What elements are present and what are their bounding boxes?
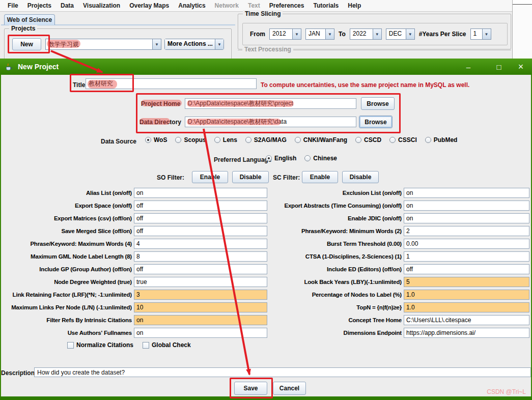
param-label: Include ED (Editors) (off/on) [270,266,404,272]
project-home-input[interactable] [185,98,356,109]
data-source-option-lens[interactable]: Lens [214,136,237,144]
chevron-down-icon: ▼ [215,39,223,49]
data-source-option-cssci[interactable]: CSSCI [389,136,417,144]
param-input-node-degree-weighted-true[interactable] [134,277,267,287]
menu-item-visualization[interactable]: Visualization [78,2,125,9]
minimize-button[interactable]: – [457,59,480,75]
maximize-button[interactable]: □ [488,59,510,75]
from-year-select[interactable]: 2012 ▼ [269,28,301,40]
data-source-option-wos[interactable]: WoS [145,136,167,144]
param-row-export-space-on-off: Export Space (on/off) [0,199,270,212]
param-input-concept-tree-home[interactable] [404,315,529,325]
param-input-phrase-keyword-maximum-words-4[interactable] [134,239,267,249]
radio-icon [175,137,181,143]
from-year-value: 2012 [270,29,292,39]
years-per-slice-select[interactable]: 1 ▼ [470,28,491,40]
normalize-citations-checkbox[interactable]: Normalize Citations [67,341,133,349]
new-project-button[interactable]: New [12,38,41,50]
project-home-browse-button[interactable]: Browse [361,97,395,110]
param-input-dimensions-endpoint[interactable] [404,328,529,338]
data-source-option-cnki-wanfang[interactable]: CNKI/WanFang [295,136,347,144]
language-option-chinese[interactable]: Chinese [304,155,337,162]
param-input-ctsa-1-disciplines-2-sciences-1[interactable] [404,251,529,262]
param-input-exclusion-list-on-off[interactable] [404,188,529,198]
param-input-topn-n-f-n-e[interactable] [404,302,529,312]
data-directory-label: Data Directory [139,119,181,126]
param-label: Look Back Years (LBY)(-1:unlimited) [270,279,404,285]
param-input-burst-term-threshold-0-00[interactable] [404,239,529,249]
menu-item-help[interactable]: Help [343,2,366,9]
so-filter-disable-button[interactable]: Disable [232,171,269,183]
time-slicing-group: Time Slicing From 2012 ▼ JAN ▼ To 2022 ▼… [238,14,511,49]
param-input-percentage-of-nodes-to-label[interactable] [404,290,529,300]
years-per-slice-value: 1 [471,29,482,39]
param-input-use-authors-fullnames[interactable] [134,328,267,338]
param-input-filter-refs-by-intrinsic-citations[interactable] [134,315,267,325]
param-input-enable-jdic-on-off[interactable] [404,213,529,223]
radio-icon [389,137,396,143]
param-label: Export Space (on/off) [0,203,134,209]
so-filter-enable-button[interactable]: Enable [192,171,228,183]
menu-item-preferences[interactable]: Preferences [265,2,309,9]
param-label: Save Merged Slice (off/on) [0,228,134,234]
param-input-phrase-keyword-minimum-words-2[interactable] [404,226,529,236]
menu-item-overlay-maps[interactable]: Overlay Maps [125,2,174,9]
param-label: Filter Refs By Intrinsic Citations [0,317,134,323]
param-input-save-merged-slice-off-on[interactable] [134,226,267,236]
more-actions-dropdown[interactable]: More Actions ... ▼ [164,39,224,50]
to-month-select[interactable]: DEC ▼ [386,28,415,40]
global-check-checkbox[interactable]: Global Check [143,341,191,349]
data-source-option-cscd[interactable]: CSCD [355,136,381,144]
param-input-export-matrices-csv-off-on[interactable] [134,213,267,223]
description-input[interactable] [34,367,531,377]
data-source-option-scopus[interactable]: Scopus [175,136,206,144]
menu-item-data[interactable]: Data [56,2,78,9]
from-label: From [250,31,265,38]
data-directory-browse-button[interactable]: Browse [359,116,393,128]
param-label: Maximum Links Per Node (L/N) (-1:unlimit… [0,304,134,310]
mysql-note: To compute uncertainties, use the same p… [261,81,469,89]
radio-label: Chinese [313,155,337,162]
radio-icon [245,137,251,143]
param-input-maximum-gml-node-label-length-8[interactable] [134,251,267,262]
sc-filter-disable-button[interactable]: Disable [342,171,379,183]
param-input-export-abstracts-time-consuming-on-off[interactable] [404,201,529,211]
project-select[interactable]: 数学学习观 ▼ [45,39,161,50]
menu-item-tutorials[interactable]: Tutorials [309,2,343,9]
close-button[interactable]: × [510,59,532,75]
param-input-look-back-years-lby-1-unlimited[interactable] [404,277,529,287]
radio-icon [145,137,151,143]
param-input-include-ed-editors-off-on[interactable] [404,264,529,274]
param-row-percentage-of-nodes-to-label: Percentage of Nodes to Label (%) [270,288,532,301]
title-label: Title [73,81,85,89]
data-directory-input[interactable] [185,117,356,127]
cancel-button[interactable]: Cancel [273,382,306,395]
param-input-alias-list-on-off[interactable] [134,188,267,198]
tab-web-of-science[interactable]: Web of Science [4,14,55,25]
sc-filter-enable-button[interactable]: Enable [302,171,338,183]
menu-item-analytics[interactable]: Analytics [174,2,210,9]
param-input-export-space-on-off[interactable] [134,201,267,211]
title-input[interactable] [86,78,257,89]
param-input-include-gp-group-author-off-on[interactable] [134,264,267,274]
screen: FileProjectsDataVisualizationOverlay Map… [0,0,532,400]
param-label: Enable JDIC (on/off) [270,215,404,221]
to-year-value: 2022 [350,29,373,39]
save-button[interactable]: Save [234,382,267,395]
param-input-maximum-links-per-node-l-n-1-unlimited[interactable] [134,302,267,312]
from-month-select[interactable]: JAN ▼ [305,28,334,40]
menu-item-projects[interactable]: Projects [23,2,56,9]
param-row-maximum-links-per-node-l-n-1-unlimited: Maximum Links Per Node (L/N) (-1:unlimit… [0,301,270,313]
param-label: Percentage of Nodes to Label (%) [270,292,404,298]
menu-item-network: Network [210,2,243,9]
language-option-english[interactable]: English [266,155,296,162]
checkbox-icon [67,342,74,349]
data-source-option-s2ag-mag[interactable]: S2AG/MAG [245,136,287,144]
to-year-select[interactable]: 2022 ▼ [350,28,382,40]
param-label: TopN = {n|f(n)≥e} [270,304,404,310]
param-input-link-retaining-factor-lrf-n-1-unlimited[interactable] [134,290,267,300]
dialog-titlebar[interactable]: New Project [0,59,532,75]
param-row-alias-list-on-off: Alias List (on/off) [0,186,270,199]
data-source-option-pubmed[interactable]: PubMed [425,136,458,144]
menu-item-file[interactable]: File [3,2,23,9]
